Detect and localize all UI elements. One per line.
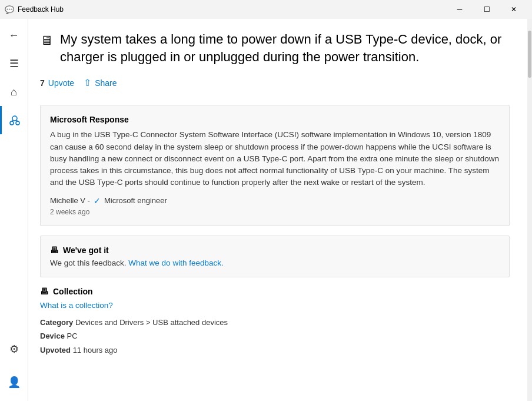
category-value: Devices and Drivers > USB attached devic… (75, 318, 228, 327)
maximize-button[interactable]: ☐ (473, 0, 500, 19)
ack-body-prefix: We got this feedback. (50, 259, 127, 267)
sidebar: ← ☰ ⌂ ⚙ 👤 (0, 19, 28, 401)
back-button[interactable]: ← (0, 21, 28, 49)
device-label: Device (40, 332, 65, 340)
title-bar-text: Feedback Hub (18, 5, 446, 14)
verified-icon: ✓ (94, 196, 101, 206)
svg-point-2 (16, 121, 19, 125)
settings-button[interactable]: ⚙ (0, 335, 28, 363)
minimize-button[interactable]: ─ (446, 0, 473, 19)
main-content: 🖥 My system takes a long time to power d… (28, 19, 527, 401)
collection-header: 🖶 Collection (40, 287, 510, 296)
post-header: 🖥 My system takes a long time to power d… (40, 31, 510, 65)
response-title: Microsoft Response (50, 115, 500, 124)
app-icon: 💬 (5, 5, 14, 14)
meta-upvoted: Upvoted 11 hours ago (40, 344, 510, 356)
collection-title: Collection (53, 287, 93, 296)
feedback-button[interactable] (0, 106, 28, 134)
share-icon: ⇧ (84, 77, 91, 88)
response-author: Michelle V - ✓ Microsoft engineer (50, 196, 500, 206)
upvote-label: Upvote (48, 78, 74, 88)
share-label: Share (95, 78, 117, 88)
svg-point-0 (12, 116, 17, 121)
home-button[interactable]: ⌂ (0, 78, 28, 106)
upvoted-value: 11 hours ago (73, 346, 118, 354)
author-role: Microsoft engineer (104, 196, 167, 205)
device-value: PC (67, 332, 78, 340)
meta-device: Device PC (40, 330, 510, 342)
window-controls: ─ ☐ ✕ (446, 0, 527, 19)
actions-bar: 7 Upvote ⇧ Share (40, 75, 510, 91)
meta-category: Category Devices and Drivers > USB attac… (40, 317, 510, 329)
response-body: A bug in the USB Type-C Connector System… (50, 129, 500, 188)
collection-section: 🖶 Collection What is a collection? Categ… (40, 287, 510, 356)
upvoted-label: Upvoted (40, 346, 71, 354)
ack-link[interactable]: What we do with feedback. (128, 259, 223, 267)
acknowledgment-box: 🖶 We've got it We got this feedback. Wha… (40, 236, 510, 277)
collection-link[interactable]: What is a collection? (40, 301, 113, 310)
upvote-button[interactable]: 7 Upvote (40, 76, 74, 90)
collection-icon: 🖶 (40, 287, 48, 296)
microsoft-response-box: Microsoft Response A bug in the USB Type… (40, 105, 510, 226)
svg-point-1 (10, 121, 14, 125)
post-icon: 🖥 (40, 33, 53, 48)
upvote-count: 7 (40, 78, 45, 88)
account-button[interactable]: 👤 (0, 368, 28, 396)
scroll-thumb[interactable] (528, 31, 531, 78)
ack-title: We've got it (63, 246, 109, 255)
menu-button[interactable]: ☰ (0, 49, 28, 78)
ack-body: We got this feedback. What we do with fe… (50, 259, 500, 267)
ack-header: 🖶 We've got it (50, 246, 500, 255)
category-label: Category (40, 318, 73, 327)
ack-icon: 🖶 (50, 246, 58, 255)
author-name: Michelle V - (50, 196, 90, 205)
share-button[interactable]: ⇧ Share (84, 75, 117, 91)
response-time: 2 weeks ago (50, 208, 500, 216)
app-body: ← ☰ ⌂ ⚙ 👤 🖥 My system takes a long time … (0, 19, 532, 401)
close-button[interactable]: ✕ (500, 0, 527, 19)
scrollbar[interactable] (527, 19, 532, 401)
post-title: My system takes a long time to power dow… (60, 31, 510, 65)
title-bar: 💬 Feedback Hub ─ ☐ ✕ (0, 0, 532, 19)
